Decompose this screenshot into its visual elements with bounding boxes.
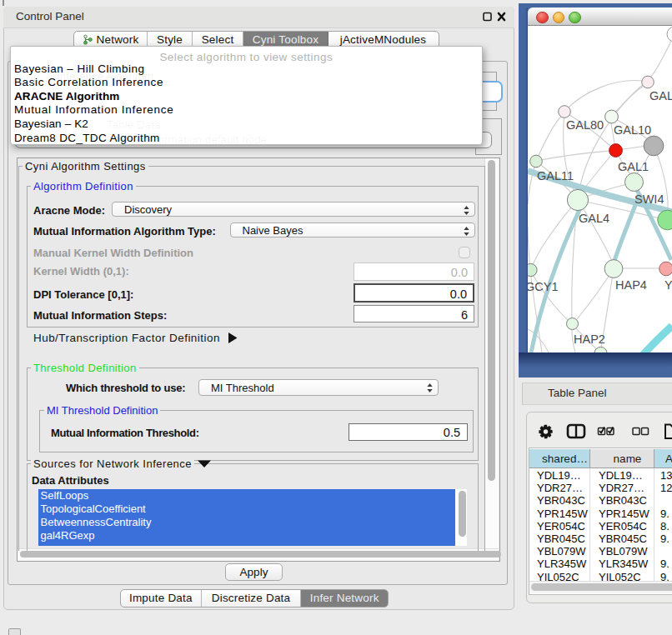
svg-text:GAL1: GAL1 <box>618 160 649 173</box>
svg-text:GAL10: GAL10 <box>614 123 651 137</box>
svg-text:YD: YD <box>664 278 672 292</box>
svg-text:GAL80: GAL80 <box>566 118 604 132</box>
svg-text:SWI4: SWI4 <box>634 192 664 206</box>
svg-text:HAP4: HAP4 <box>615 278 647 292</box>
svg-text:GAL11: GAL11 <box>537 169 574 182</box>
svg-text:GCY1: GCY1 <box>528 280 559 293</box>
svg-text:GAL7: GAL7 <box>649 89 672 102</box>
svg-text:GAL4: GAL4 <box>579 212 609 225</box>
svg-text:HAP2: HAP2 <box>574 332 605 346</box>
